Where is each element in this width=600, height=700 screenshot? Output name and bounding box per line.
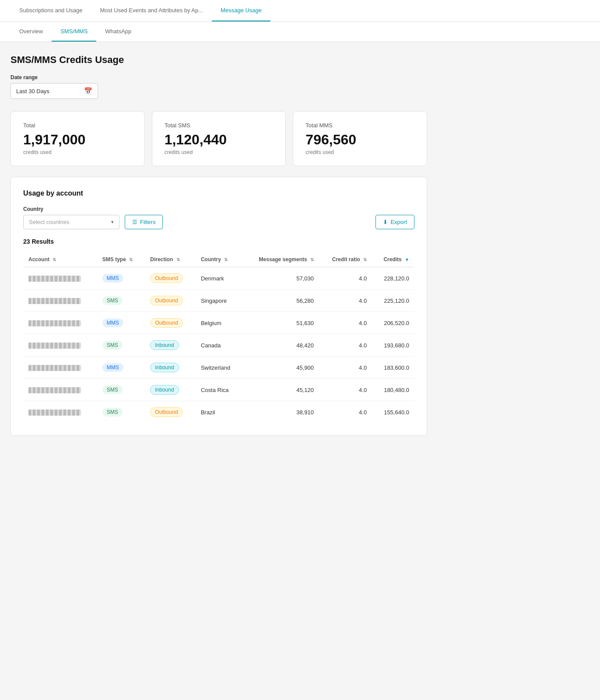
country-select[interactable]: Select countries ▾	[23, 215, 119, 229]
table-row: SMS Outbound Singapore 56,280 4.0 225,12…	[23, 290, 414, 312]
cell-country: Belgium	[196, 312, 242, 334]
cell-segments: 48,420	[242, 334, 319, 357]
cell-country: Canada	[196, 334, 242, 357]
stat-value-sms: 1,120,440	[165, 132, 274, 147]
cell-credit-ratio: 4.0	[319, 312, 372, 334]
page-title: SMS/MMS Credits Usage	[11, 54, 427, 66]
cell-direction: Outbound	[145, 267, 196, 290]
calendar-icon: 📅	[84, 87, 92, 95]
cell-direction: Outbound	[145, 401, 196, 424]
stat-value-total: 1,917,000	[23, 132, 132, 147]
cell-account	[23, 334, 97, 357]
date-range-label: Date range	[11, 74, 427, 80]
direction-badge: Outbound	[150, 407, 183, 417]
cell-credit-ratio: 4.0	[319, 357, 372, 379]
cell-credit-ratio: 4.0	[319, 379, 372, 401]
cell-credit-ratio: 4.0	[319, 267, 372, 290]
sort-icon-account: ⇅	[53, 257, 56, 262]
sort-icon-credit-ratio: ⇅	[363, 257, 367, 262]
cell-account	[23, 379, 97, 401]
account-name-blur	[28, 410, 81, 416]
smstype-badge: SMS	[102, 341, 123, 350]
cell-smstype: SMS	[97, 401, 145, 424]
tab-events[interactable]: Most Used Events and Attributes by Ap...	[91, 0, 212, 21]
export-button[interactable]: ⬇ Export	[375, 215, 414, 229]
cell-segments: 45,900	[242, 357, 319, 379]
cell-credit-ratio: 4.0	[319, 334, 372, 357]
stat-sub-total: credits used	[23, 149, 132, 155]
sort-icon-credits: ▼	[405, 257, 409, 262]
stat-label-sms: Total SMS	[165, 122, 274, 129]
smstype-badge: SMS	[102, 408, 123, 416]
cell-smstype: MMS	[97, 267, 145, 290]
stat-card-sms: Total SMS 1,120,440 credits used	[152, 111, 286, 166]
chevron-down-icon: ▾	[111, 219, 114, 225]
th-country[interactable]: Country ⇅	[196, 252, 242, 267]
th-direction[interactable]: Direction ⇅	[145, 252, 196, 267]
account-name-blur	[28, 320, 81, 326]
filter-icon: ☰	[132, 219, 137, 225]
stat-label-mms: Total MMS	[305, 122, 414, 129]
tab-subscriptions[interactable]: Subscriptions and Usage	[11, 0, 91, 21]
main-content: SMS/MMS Credits Usage Date range Last 30…	[0, 42, 438, 448]
cell-direction: Inbound	[145, 334, 196, 357]
filters-row: Country Select countries ▾ ☰ Filters ⬇ E…	[23, 206, 414, 229]
account-name-blur	[28, 365, 81, 371]
cell-credits: 155,640.0	[372, 401, 414, 424]
th-smstype[interactable]: SMS type ⇅	[97, 252, 145, 267]
cell-account	[23, 290, 97, 312]
sort-icon-smstype: ⇅	[129, 257, 133, 262]
cell-smstype: MMS	[97, 312, 145, 334]
cell-direction: Outbound	[145, 312, 196, 334]
stat-card-mms: Total MMS 796,560 credits used	[293, 111, 427, 166]
cell-direction: Outbound	[145, 290, 196, 312]
account-name-blur	[28, 343, 81, 349]
download-icon: ⬇	[383, 219, 388, 225]
cell-account	[23, 267, 97, 290]
cell-smstype: SMS	[97, 379, 145, 401]
table-row: SMS Inbound Canada 48,420 4.0 193,680.0	[23, 334, 414, 357]
cell-credit-ratio: 4.0	[319, 401, 372, 424]
th-credit-ratio[interactable]: Credit ratio ⇅	[319, 252, 372, 267]
cell-credits: 193,680.0	[372, 334, 414, 357]
table-row: SMS Inbound Costa Rica 45,120 4.0 180,48…	[23, 379, 414, 401]
direction-badge: Inbound	[150, 340, 179, 350]
cell-credits: 225,120.0	[372, 290, 414, 312]
cell-account	[23, 357, 97, 379]
cell-smstype: SMS	[97, 290, 145, 312]
th-segments[interactable]: Message segments ⇅	[242, 252, 319, 267]
direction-badge: Inbound	[150, 363, 179, 372]
filters-button[interactable]: ☰ Filters	[125, 215, 163, 229]
usage-section: Usage by account Country Select countrie…	[11, 177, 427, 436]
table-row: MMS Outbound Denmark 57,030 4.0 228,120.…	[23, 267, 414, 290]
th-credits[interactable]: Credits ▼	[372, 252, 414, 267]
cell-account	[23, 312, 97, 334]
th-account[interactable]: Account ⇅	[23, 252, 97, 267]
cell-account	[23, 401, 97, 424]
date-range-value: Last 30 Days	[16, 88, 49, 94]
direction-badge: Outbound	[150, 318, 183, 328]
table-header-row: Account ⇅ SMS type ⇅ Direction ⇅ Country…	[23, 252, 414, 267]
stat-card-total: Total 1,917,000 credits used	[11, 111, 145, 166]
subtab-overview[interactable]: Overview	[11, 22, 52, 42]
cell-credits: 183,600.0	[372, 357, 414, 379]
subtab-smsmms[interactable]: SMS/MMS	[52, 22, 96, 42]
account-name-blur	[28, 298, 81, 304]
sort-icon-country: ⇅	[224, 257, 228, 262]
stat-sub-mms: credits used	[305, 149, 414, 155]
cell-direction: Inbound	[145, 379, 196, 401]
cell-country: Switzerland	[196, 357, 242, 379]
export-button-label: Export	[390, 219, 407, 225]
country-filter: Country Select countries ▾	[23, 206, 119, 229]
tab-message-usage[interactable]: Message Usage	[212, 0, 270, 21]
filters-button-label: Filters	[140, 219, 155, 225]
sub-navigation: Overview SMS/MMS WhatsApp	[0, 22, 600, 42]
stat-label-total: Total	[23, 122, 132, 129]
date-range-picker[interactable]: Last 30 Days 📅	[11, 83, 98, 99]
subtab-whatsapp[interactable]: WhatsApp	[96, 22, 140, 42]
smstype-badge: SMS	[102, 296, 123, 305]
country-placeholder: Select countries	[29, 219, 70, 225]
table-row: MMS Inbound Switzerland 45,900 4.0 183,6…	[23, 357, 414, 379]
cell-credits: 228,120.0	[372, 267, 414, 290]
table-row: MMS Outbound Belgium 51,630 4.0 206,520.…	[23, 312, 414, 334]
